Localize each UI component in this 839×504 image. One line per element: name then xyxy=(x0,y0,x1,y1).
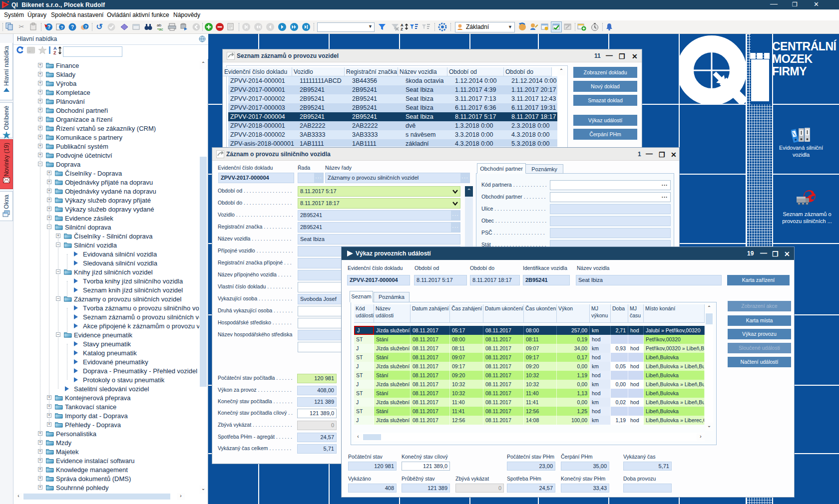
svg-text:Z: Z xyxy=(401,27,403,31)
svg-text:ac: ac xyxy=(159,27,163,31)
svg-text:?: ? xyxy=(60,25,63,30)
svg-text:?: ? xyxy=(71,24,74,30)
svg-text:?: ? xyxy=(84,24,87,29)
svg-text:Z: Z xyxy=(53,50,56,55)
svg-text:?: ? xyxy=(47,24,50,30)
